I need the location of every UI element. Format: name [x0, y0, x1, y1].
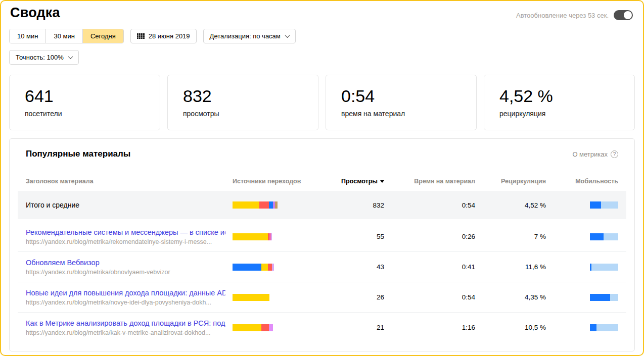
column-header-time[interactable]: Время на материал	[384, 178, 475, 185]
question-circle-icon: ?	[611, 150, 618, 158]
table-header: Заголовок материала Источники переходов …	[26, 178, 618, 185]
mobility-bar[interactable]	[590, 264, 618, 271]
material-title-link[interactable]: Как в Метрике анализировать доход площад…	[26, 319, 225, 327]
material-title-link[interactable]: Обновляем Вебвизор	[26, 259, 225, 267]
recirculation-cell: 4,35 %	[475, 293, 546, 301]
calendar-icon	[137, 33, 145, 39]
time-value: 0:54	[341, 86, 476, 106]
mobility-bar[interactable]	[590, 294, 618, 301]
column-header-sources[interactable]: Источники переходов	[233, 178, 308, 185]
sources-cell	[233, 294, 308, 301]
metric-cards: 641 посетители 832 просмотры 0:54 время …	[9, 75, 635, 130]
source-segment-blue	[269, 201, 273, 209]
time-label: время на материал	[341, 110, 476, 118]
sources-bar[interactable]	[233, 264, 308, 271]
recirculation-label: рециркуляция	[499, 110, 634, 118]
column-header-recirculation[interactable]: Рециркуляция	[475, 178, 546, 185]
accuracy-label: Точность: 100%	[16, 54, 64, 61]
date-label: 28 июня 2019	[149, 32, 190, 40]
source-segment-red	[261, 324, 269, 331]
material-title-link[interactable]: Новые идеи для повышения дохода площадки…	[26, 289, 225, 297]
mobility-cell	[546, 201, 618, 209]
table-row: Рекомендательные системы и мессенджеры —…	[18, 222, 626, 251]
time-cell: 0:54	[384, 293, 475, 301]
sources-bar[interactable]	[233, 201, 308, 209]
table-row: Обновляем Вебвизор https://yandex.ru/blo…	[18, 251, 626, 282]
detail-dropdown[interactable]: Детализация: по часам	[203, 29, 296, 43]
autorefresh-label: Автообновление через 53 сек.	[516, 12, 609, 19]
views-cell: 832	[308, 201, 384, 209]
sources-cell	[233, 324, 308, 331]
recirculation-cell: 10,5 %	[475, 324, 546, 331]
material-url: https://yandex.ru/blog/metrika/obnovlyae…	[26, 269, 225, 276]
mobility-cell	[546, 324, 618, 331]
sources-cell	[233, 233, 308, 240]
chevron-down-icon	[68, 54, 73, 59]
date-picker-button[interactable]: 28 июня 2019	[130, 29, 197, 43]
page-header: Сводка Автообновление через 53 сек.	[1, 1, 643, 21]
recirculation-value: 4,52 %	[499, 86, 634, 106]
chevron-down-icon	[285, 33, 290, 38]
sources-bar[interactable]	[233, 294, 308, 301]
time-cell: 1:16	[384, 324, 475, 331]
time-cell: 0:54	[384, 201, 475, 209]
toggle-knob	[624, 11, 632, 19]
mobility-bar[interactable]	[590, 233, 618, 240]
source-segment-yellow	[233, 324, 261, 331]
about-metrics-label: О метриках	[572, 150, 608, 158]
mobility-cell	[546, 294, 618, 301]
source-segment-lavender	[272, 264, 274, 271]
period-10min-button[interactable]: 10 мин	[10, 29, 45, 43]
mobility-bar[interactable]	[590, 201, 618, 209]
material-cell: Обновляем Вебвизор https://yandex.ru/blo…	[26, 259, 233, 276]
mobility-fill	[590, 264, 591, 271]
material-url: https://yandex.ru/blog/metrika/novye-ide…	[26, 299, 225, 306]
material-url: https://yandex.ru/blog/metrika/kak-v-met…	[26, 329, 225, 336]
source-segment-yellow	[233, 233, 268, 240]
source-segment-yellow	[233, 294, 269, 301]
period-today-button[interactable]: Сегодня	[82, 29, 123, 43]
material-cell: Новые идеи для повышения дохода площадки…	[26, 289, 233, 306]
visitors-card[interactable]: 641 посетители	[9, 75, 160, 130]
column-header-title[interactable]: Заголовок материала	[26, 178, 233, 185]
summary-page: Сводка Автообновление через 53 сек. 10 м…	[0, 0, 644, 356]
column-header-mobility[interactable]: Мобильность	[546, 178, 618, 185]
mobility-fill	[590, 201, 601, 209]
visitors-label: посетители	[25, 110, 160, 118]
detail-label: Детализация: по часам	[210, 32, 281, 40]
period-30min-button[interactable]: 30 мин	[45, 29, 82, 43]
mobility-cell	[546, 264, 618, 271]
time-cell: 0:26	[384, 233, 475, 240]
source-segment-yellow	[261, 264, 268, 271]
source-segment-yellow	[233, 201, 259, 209]
mobility-fill	[590, 233, 604, 240]
time-on-material-card[interactable]: 0:54 время на материал	[326, 75, 477, 130]
source-segment-violet	[269, 324, 273, 331]
accuracy-dropdown[interactable]: Точность: 100%	[9, 50, 79, 65]
recirculation-cell: 7 %	[475, 233, 546, 240]
sources-cell	[233, 201, 308, 209]
column-header-views-sorted[interactable]: Просмотры	[308, 178, 384, 185]
column-header-views-label: Просмотры	[341, 178, 378, 185]
table-row: Как в Метрике анализировать доход площад…	[18, 312, 626, 342]
recirculation-cell: 4,52 %	[475, 201, 546, 209]
recirculation-card[interactable]: 4,52 % рециркуляция	[484, 75, 635, 130]
sources-bar[interactable]	[233, 324, 308, 331]
about-metrics-link[interactable]: О метриках ?	[572, 150, 618, 158]
views-cell: 55	[308, 233, 384, 240]
views-value: 832	[183, 86, 318, 106]
material-title-link[interactable]: Рекомендательные системы и мессенджеры —…	[26, 228, 225, 236]
recirculation-cell: 11,6 %	[475, 263, 546, 271]
material-cell: Рекомендательные системы и мессенджеры —…	[26, 228, 233, 245]
autorefresh-toggle[interactable]	[614, 10, 633, 20]
material-cell: Как в Метрике анализировать доход площад…	[26, 319, 233, 336]
table-body: Итого и средние 832 0:54 4,52 % Рекоменд…	[18, 191, 626, 342]
views-card[interactable]: 832 просмотры	[167, 75, 318, 130]
source-segment-lavender	[271, 233, 272, 240]
panel-header: Популярные материалы О метриках ?	[26, 139, 618, 159]
mobility-bar[interactable]	[590, 324, 618, 331]
sources-bar[interactable]	[233, 233, 308, 240]
sort-desc-icon	[380, 180, 384, 183]
table-row: Новые идеи для повышения дохода площадки…	[18, 282, 626, 312]
time-cell: 0:41	[384, 263, 475, 271]
